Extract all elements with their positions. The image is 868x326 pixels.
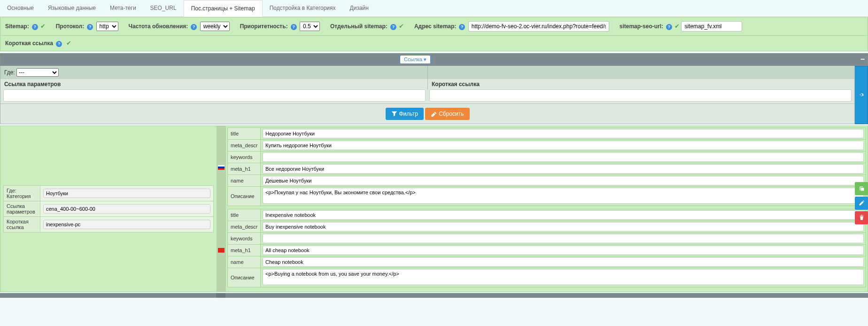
section-header-right: − — [434, 54, 868, 65]
input-metah1-en[interactable] — [263, 246, 864, 255]
link-type-select[interactable]: Ссылка▾ — [400, 55, 431, 64]
input-param[interactable] — [43, 204, 210, 214]
input-name-ru[interactable] — [263, 176, 864, 185]
protocol-label: Протокол: — [56, 23, 85, 30]
chevron-down-icon: ▾ — [424, 56, 426, 63]
lbl-param: Ссылкапараметров — [4, 201, 40, 216]
param-link-header: Ссылка параметров — [0, 79, 427, 89]
tab-lang[interactable]: Языковые данные — [41, 0, 103, 16]
check-icon: ✔ — [399, 23, 404, 30]
addr-input[interactable] — [468, 21, 609, 32]
sitemap-label: Sitemap: — [5, 23, 29, 30]
lbl-desc: Описание — [228, 268, 261, 287]
input-metadescr-en[interactable] — [263, 222, 864, 231]
lbl-desc: Описание — [228, 186, 261, 206]
tab-seourl[interactable]: SEO_URL — [143, 0, 184, 16]
reset-button[interactable]: Сбросить — [425, 108, 469, 120]
lbl-metadescr: meta_descr — [228, 139, 261, 151]
input-keywords-ru[interactable] — [263, 152, 864, 162]
param-link-input[interactable] — [3, 89, 426, 102]
freq-label: Частота обновления: — [129, 23, 188, 30]
tab-design[interactable]: Дизайн — [343, 0, 376, 16]
input-title-en[interactable] — [263, 210, 864, 220]
flag-column — [217, 126, 226, 292]
lbl-name: name — [228, 256, 261, 268]
gde-label: Где: — [4, 69, 15, 76]
filter-head-right — [427, 66, 854, 79]
gear-icon — [858, 92, 864, 98]
lbl-gde: Где:Категория — [4, 185, 40, 201]
flag-en-icon — [218, 248, 225, 253]
lbl-metadescr: meta_descr — [228, 221, 261, 232]
input-title-ru[interactable] — [263, 129, 864, 138]
lbl-title: title — [228, 127, 261, 139]
short-link-row: Короткая ссылка ? ✔ — [0, 36, 868, 51]
help-icon[interactable]: ? — [56, 41, 62, 47]
copy-button[interactable] — [855, 182, 868, 195]
sitemap-options: Sitemap:?✔ Протокол:? http Частота обнов… — [0, 17, 868, 36]
input-gde[interactable] — [43, 189, 210, 198]
delete-button[interactable] — [855, 211, 868, 224]
gde-select[interactable]: --- — [16, 68, 59, 77]
help-icon[interactable]: ? — [32, 24, 38, 30]
lbl-title: title — [228, 209, 261, 221]
lbl-metah1: meta_h1 — [228, 244, 261, 256]
tab-sitemap[interactable]: Пос.страницы + Sitemap — [184, 0, 263, 17]
separate-label: Отдельный sitemap: — [330, 23, 388, 30]
record-right: title meta_descr keywords meta_h1 name О… — [226, 126, 868, 292]
settings-side-button[interactable] — [855, 66, 868, 124]
funnel-icon — [391, 111, 397, 117]
seo-url-label: sitemap-seo-url: — [620, 23, 663, 30]
protocol-select[interactable]: http — [96, 22, 118, 31]
bottom-bar — [0, 293, 868, 298]
freq-select[interactable]: weekly — [200, 22, 230, 31]
prio-label: Приоритетность: — [240, 23, 288, 30]
trash-icon — [859, 215, 865, 221]
prio-select[interactable]: 0.5 — [300, 22, 320, 31]
section-header-bar: Ссылка▾ − — [0, 53, 868, 66]
check-icon: ✔ — [66, 40, 71, 47]
tab-categories[interactable]: Подстройка в Категориях — [263, 0, 343, 16]
input-metadescr-ru[interactable] — [263, 141, 864, 150]
input-keywords-en[interactable] — [263, 234, 864, 243]
lbl-keywords: keywords — [228, 151, 261, 163]
input-desc-en[interactable] — [263, 269, 864, 285]
lang-block-ru: title meta_descr keywords meta_h1 name О… — [227, 127, 866, 206]
input-metah1-ru[interactable] — [263, 164, 864, 174]
record-info-table: Где:Категория Ссылкапараметров Короткаяс… — [3, 185, 214, 232]
help-icon[interactable]: ? — [291, 24, 297, 30]
check-icon: ✔ — [674, 23, 680, 30]
help-icon[interactable]: ? — [87, 24, 93, 30]
tab-basic[interactable]: Основные — [0, 0, 41, 16]
input-name-en[interactable] — [263, 257, 864, 267]
check-icon: ✔ — [40, 23, 46, 30]
short-link-header: Короткая ссылка — [427, 79, 854, 89]
record-wrap: Где:Категория Ссылкапараметров Короткаяс… — [0, 126, 868, 292]
collapse-icon[interactable]: − — [860, 55, 865, 63]
tabs-bar: Основные Языковые данные Мета-теги SEO_U… — [0, 0, 868, 17]
short-link-input[interactable] — [429, 89, 852, 102]
section-header-left: Ссылка▾ — [0, 54, 434, 65]
addr-label: Адрес sitemap: — [414, 23, 456, 30]
pencil-icon — [859, 200, 865, 206]
help-icon[interactable]: ? — [666, 24, 672, 30]
tab-meta[interactable]: Мета-теги — [103, 0, 143, 16]
filter-buttons: Фильтр Сбросить — [0, 103, 854, 124]
help-icon[interactable]: ? — [459, 24, 465, 30]
eraser-icon — [431, 111, 437, 117]
lbl-short: Короткаяссылка — [4, 216, 40, 232]
input-short[interactable] — [43, 220, 210, 229]
filter-button[interactable]: Фильтр — [386, 108, 424, 120]
lbl-metah1: meta_h1 — [228, 163, 261, 175]
edit-button[interactable] — [855, 197, 868, 210]
lbl-keywords: keywords — [228, 232, 261, 244]
copy-icon — [859, 185, 865, 191]
input-desc-ru[interactable] — [263, 188, 864, 204]
record-action-buttons — [855, 182, 868, 224]
help-icon[interactable]: ? — [191, 24, 197, 30]
help-icon[interactable]: ? — [390, 24, 396, 30]
short-link-label: Короткая ссылка — [5, 40, 53, 47]
record-left: Где:Категория Ссылкапараметров Короткаяс… — [0, 126, 217, 292]
seo-url-input[interactable] — [681, 21, 742, 32]
gde-cell: Где: --- — [0, 66, 427, 79]
